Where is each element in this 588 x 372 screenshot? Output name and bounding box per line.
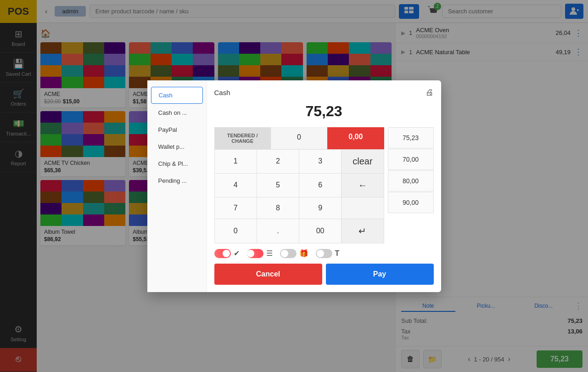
payment-header: Cash 🖨 xyxy=(214,88,434,97)
toggle-3[interactable] xyxy=(280,249,297,258)
toggle-thumb-3 xyxy=(281,250,288,257)
payment-toggles: ✔ ☰ 🎁 xyxy=(214,243,434,258)
toggle-thumb-2 xyxy=(247,250,254,257)
tendered-label: TENDERED / CHANGE xyxy=(214,127,271,149)
quick-amount-70,00[interactable]: 70,00 xyxy=(388,149,434,170)
method-chip[interactable]: Chip & Pl... xyxy=(151,156,203,172)
toggle-2[interactable] xyxy=(247,249,263,258)
numpad-key-0[interactable]: 0 xyxy=(215,219,257,243)
numpad-key-5[interactable]: 5 xyxy=(257,174,299,197)
numpad-key-8[interactable]: 8 xyxy=(257,197,299,219)
list-icon: ☰ xyxy=(266,249,273,258)
numpad-key-7[interactable]: 7 xyxy=(215,197,257,219)
toggle-group-1: ✔ xyxy=(214,249,240,258)
check-icon: ✔ xyxy=(234,249,240,258)
numpad-key-↵[interactable]: ↵ xyxy=(342,219,383,243)
change-value: 0,00 xyxy=(327,127,384,149)
toggle-group-4: T xyxy=(316,249,340,258)
overlay: Cash Cash on ... PayPal Wallet p... Chip… xyxy=(0,0,588,372)
t-icon: T xyxy=(335,249,340,258)
numpad-key-2[interactable]: 2 xyxy=(257,150,299,173)
payment-right: Cash 🖨 75,23 TENDERED / CHANGE 0 0,00 xyxy=(207,80,441,292)
payment-actions: Cancel Pay xyxy=(214,264,434,285)
payment-modal: Cash Cash on ... PayPal Wallet p... Chip… xyxy=(147,80,441,292)
toggle-1[interactable] xyxy=(214,249,231,258)
gift-icon: 🎁 xyxy=(299,249,308,258)
numpad-key-←[interactable]: ← xyxy=(342,174,383,197)
method-wallet[interactable]: Wallet p... xyxy=(151,139,203,155)
toggle-thumb-4 xyxy=(317,250,324,257)
method-pending[interactable]: Pending ... xyxy=(151,173,203,189)
payment-modal-body: Cash Cash on ... PayPal Wallet p... Chip… xyxy=(147,80,441,292)
numpad-key-empty xyxy=(342,197,383,219)
numpad-key-3[interactable]: 3 xyxy=(299,150,341,173)
payment-amount: 75,23 xyxy=(214,103,434,120)
print-icon[interactable]: 🖨 xyxy=(426,88,434,97)
toggle-group-2: ☰ xyxy=(247,249,273,258)
method-paypal[interactable]: PayPal xyxy=(151,122,203,138)
payment-title: Cash xyxy=(214,89,230,96)
cancel-button[interactable]: Cancel xyxy=(214,264,322,285)
tendered-value: 0 xyxy=(271,127,327,149)
quick-amount-80,00[interactable]: 80,00 xyxy=(388,170,434,192)
numpad-area: TENDERED / CHANGE 0 0,00 123clear456←789… xyxy=(214,127,434,243)
quick-amount-90,00[interactable]: 90,00 xyxy=(388,192,434,213)
toggle-thumb-1 xyxy=(223,250,230,257)
toggle-4[interactable] xyxy=(316,249,332,258)
quick-amounts: 75,2370,0080,0090,00 xyxy=(388,127,434,243)
payment-methods: Cash Cash on ... PayPal Wallet p... Chip… xyxy=(147,80,207,292)
numpad-key-6[interactable]: 6 xyxy=(299,174,341,197)
numpad-key-.[interactable]: . xyxy=(257,219,299,243)
numpad-key-4[interactable]: 4 xyxy=(215,174,257,197)
numpad-grid: 123clear456←7890.00↵ xyxy=(214,149,384,243)
toggle-group-3: 🎁 xyxy=(280,249,308,258)
numpad-key-9[interactable]: 9 xyxy=(299,197,341,219)
pay-modal-button[interactable]: Pay xyxy=(326,264,434,285)
numpad-key-1[interactable]: 1 xyxy=(215,150,257,173)
numpad-key-clear[interactable]: clear xyxy=(342,150,383,173)
quick-amount-75,23[interactable]: 75,23 xyxy=(388,127,434,148)
numpad-left: TENDERED / CHANGE 0 0,00 123clear456←789… xyxy=(214,127,384,243)
method-cash[interactable]: Cash xyxy=(151,87,203,104)
method-cash-on[interactable]: Cash on ... xyxy=(151,105,203,121)
numpad-key-00[interactable]: 00 xyxy=(299,219,341,243)
tendered-row: TENDERED / CHANGE 0 0,00 xyxy=(214,127,384,149)
